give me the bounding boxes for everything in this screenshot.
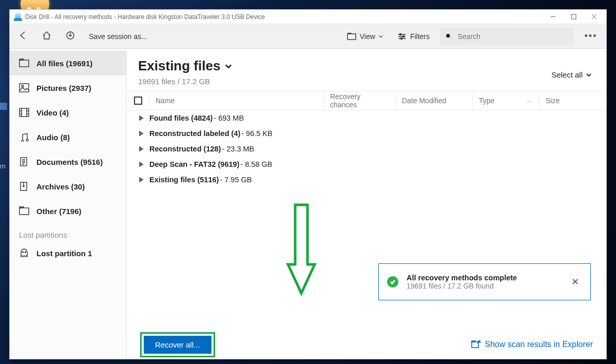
titlebar: Disk Drill - All recovery methods - Hard… [10, 10, 606, 24]
main-title-dropdown[interactable]: Existing files [138, 58, 551, 74]
back-button[interactable] [15, 28, 31, 44]
svg-point-3 [399, 33, 401, 35]
expand-toggle[interactable] [133, 131, 149, 136]
row-meta: - 7.95 GB [220, 176, 252, 184]
sidebar-item-other[interactable]: Other (7196) [10, 199, 126, 223]
audio-icon [19, 132, 29, 142]
grid-header: Name Recovery chances Date Modified Type… [127, 91, 606, 110]
grid-row[interactable]: Reconstructed (128)- 23.3 MB [127, 141, 606, 157]
toast-title: All recovery methods complete [407, 274, 560, 282]
column-type[interactable]: Type︿ [473, 91, 540, 110]
sidebar-item-audio[interactable]: Audio (8) [10, 125, 126, 149]
sort-asc-icon: ︿ [527, 98, 533, 104]
pictures-icon [19, 83, 29, 92]
row-meta: - 96.5 KB [241, 129, 272, 138]
other-icon [19, 206, 29, 216]
sidebar-item-label: All files (19691) [36, 59, 92, 68]
files-icon [19, 59, 29, 68]
sidebar-item-label: Video (4) [36, 108, 69, 117]
grid-row[interactable]: Existing files (5116)- 7.95 GB [127, 172, 606, 187]
chevron-down-icon [224, 62, 233, 70]
chevron-down-icon [586, 72, 592, 78]
select-all-checkbox[interactable] [127, 91, 149, 110]
sidebar-item-all-files[interactable]: All files (19691) [10, 51, 126, 75]
sidebar-item-label: Audio (8) [36, 133, 70, 142]
documents-icon [19, 157, 29, 166]
sidebar-item-archives[interactable]: Archives (30) [10, 174, 126, 199]
recover-all-button[interactable]: Recover all... [144, 336, 211, 354]
open-external-icon [471, 340, 480, 349]
svg-rect-8 [20, 84, 29, 92]
sidebar-item-label: Archives (30) [36, 182, 85, 191]
sidebar: All files (19691) Pictures (2937) Video … [10, 49, 127, 359]
desktop-decoration [0, 103, 7, 110]
sidebar-item-documents[interactable]: Documents (9516) [10, 149, 126, 174]
row-label: Found files (4824) [149, 114, 213, 122]
chevron-down-icon [378, 34, 383, 39]
column-recovery-chances[interactable]: Recovery chances [324, 91, 396, 110]
annotation-arrow [286, 203, 317, 316]
sidebar-item-lost-partition-1[interactable]: Lost partition 1 [10, 242, 126, 264]
svg-rect-2 [348, 34, 356, 40]
save-session-icon[interactable] [62, 28, 79, 44]
grid-row[interactable]: Reconstructed labeled (4)- 96.5 KB [127, 126, 606, 141]
app-window: Disk Drill - All recovery methods - Hard… [9, 9, 607, 359]
toast-close-button[interactable]: ✕ [568, 273, 582, 291]
svg-point-6 [446, 33, 450, 37]
archives-icon [19, 182, 29, 191]
close-button[interactable] [584, 10, 604, 24]
column-name[interactable]: Name [149, 91, 324, 110]
svg-rect-13 [20, 208, 29, 215]
search-input[interactable] [456, 32, 568, 41]
video-icon [19, 108, 29, 117]
view-dropdown[interactable]: View [343, 29, 387, 44]
sliders-icon [397, 31, 407, 42]
show-in-explorer-link[interactable]: Show scan results in Explorer [471, 340, 593, 349]
toolbar: Save session as... View Filters ••• [10, 24, 606, 49]
grid-row[interactable]: Deep Scan - FAT32 (9619)- 8.58 GB [127, 157, 606, 172]
sidebar-item-label: Lost partition 1 [36, 249, 92, 258]
search-icon [445, 32, 452, 41]
row-meta: - 23.3 MB [222, 145, 254, 153]
main-panel: Existing files 19691 files / 17.2 GB Sel… [127, 49, 606, 359]
row-label: Reconstructed labeled (4) [149, 129, 240, 138]
completion-toast: All recovery methods complete 19691 file… [378, 263, 591, 300]
column-date-modified[interactable]: Date Modified [396, 91, 473, 110]
maximize-button[interactable] [563, 10, 584, 24]
desktop-text-fragment: m [0, 162, 6, 170]
expand-toggle[interactable] [133, 177, 149, 182]
sidebar-item-pictures[interactable]: Pictures (2937) [10, 75, 126, 100]
expand-toggle[interactable] [133, 146, 149, 151]
sidebar-section-lost-partitions: Lost partitions [10, 223, 126, 242]
svg-point-14 [23, 252, 24, 253]
footer: Recover all... Show scan results in Expl… [127, 330, 606, 359]
folder-icon [346, 31, 357, 42]
svg-point-5 [400, 37, 402, 39]
grid-row[interactable]: Found files (4824)- 693 MB [127, 110, 606, 126]
sidebar-item-label: Documents (9516) [36, 158, 103, 166]
home-button[interactable] [38, 28, 55, 44]
sidebar-item-video[interactable]: Video (4) [10, 100, 126, 125]
page-subtitle: 19691 files / 17.2 GB [138, 77, 551, 86]
svg-point-4 [402, 35, 404, 37]
svg-rect-16 [472, 342, 478, 348]
filters-button[interactable]: Filters [394, 29, 433, 44]
svg-rect-0 [571, 14, 576, 19]
page-title: Existing files [138, 58, 220, 74]
expand-toggle[interactable] [133, 116, 149, 121]
svg-rect-7 [20, 60, 29, 67]
select-all-button[interactable]: Select all [551, 58, 595, 79]
search-box[interactable] [440, 28, 573, 45]
svg-rect-10 [20, 108, 29, 117]
more-menu[interactable]: ••• [581, 31, 601, 42]
minimize-button[interactable] [543, 10, 563, 24]
column-size[interactable]: Size [540, 91, 606, 110]
success-icon [387, 276, 398, 288]
save-session-button[interactable]: Save session as... [86, 30, 150, 43]
svg-point-9 [22, 85, 24, 87]
row-meta: - 693 MB [214, 114, 244, 122]
expand-toggle[interactable] [133, 162, 149, 167]
ghost-icon [19, 248, 29, 258]
sidebar-item-label: Pictures (2937) [36, 84, 91, 92]
svg-point-15 [25, 252, 26, 253]
